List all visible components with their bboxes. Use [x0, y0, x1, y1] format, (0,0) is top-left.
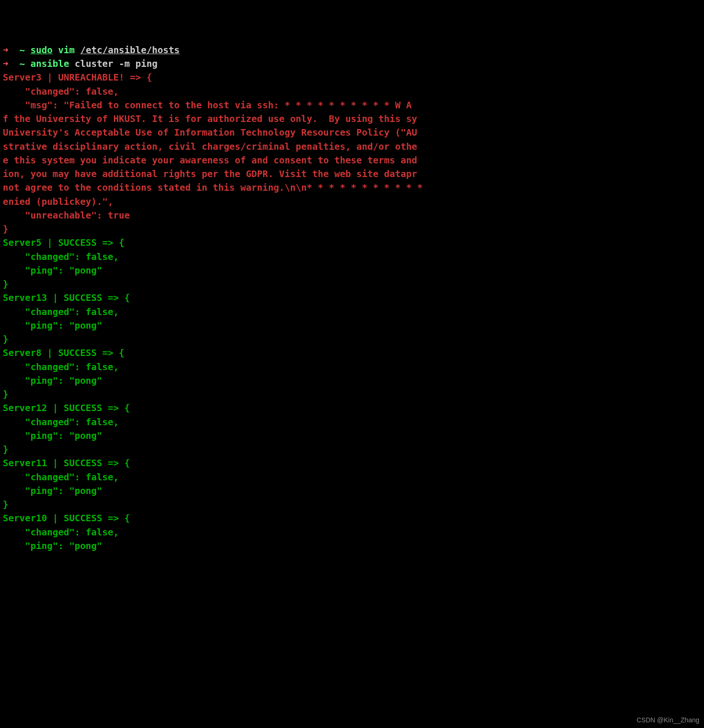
- error-msg-line: strative disciplinary action, civil char…: [3, 141, 417, 152]
- success-changed: "changed": false,: [3, 307, 119, 317]
- prompt-line-2: ➜ ~ ansible cluster -m ping: [3, 58, 158, 69]
- success-ping: "ping": "pong": [3, 430, 102, 441]
- prompt-arrow-icon: ➜: [3, 45, 8, 56]
- success-close: }: [3, 279, 8, 290]
- file-path: /etc/ansible/hosts: [80, 45, 179, 56]
- success-header: Server12 | SUCCESS => {: [3, 403, 130, 413]
- error-unreachable: "unreachable": true: [3, 210, 130, 221]
- error-msg-line: ion, you may have additional rights per …: [3, 169, 417, 179]
- success-header: Server8 | SUCCESS => {: [3, 348, 124, 358]
- success-close: }: [3, 334, 8, 345]
- error-msg-line: enied (publickey).",: [3, 196, 113, 207]
- success-close: }: [3, 389, 8, 400]
- success-changed: "changed": false,: [3, 362, 119, 372]
- success-close: }: [3, 444, 8, 455]
- error-msg-line: f the University of HKUST. It is for aut…: [3, 113, 417, 124]
- success-ping: "ping": "pong": [3, 541, 102, 551]
- error-close: }: [3, 224, 8, 235]
- terminal-output[interactable]: ➜ ~ sudo vim /etc/ansible/hosts ➜ ~ ansi…: [3, 43, 701, 553]
- prompt-arrow-icon: ➜: [3, 58, 8, 69]
- error-msg-line: University's Acceptable Use of Informati…: [3, 127, 417, 138]
- cmd-args: cluster -m ping: [75, 58, 158, 69]
- success-changed: "changed": false,: [3, 527, 119, 538]
- error-msg-line: not agree to the conditions stated in th…: [3, 182, 423, 193]
- success-header: Server10 | SUCCESS => {: [3, 513, 130, 524]
- success-ping: "ping": "pong": [3, 485, 102, 496]
- success-ping: "ping": "pong": [3, 320, 102, 331]
- success-ping: "ping": "pong": [3, 375, 102, 386]
- success-changed: "changed": false,: [3, 251, 119, 262]
- success-changed: "changed": false,: [3, 472, 119, 483]
- vim-cmd: vim: [58, 45, 74, 56]
- success-header: Server13 | SUCCESS => {: [3, 292, 130, 303]
- prompt-tilde: ~: [19, 58, 25, 69]
- error-msg-line: "msg": "Failed to connect to the host vi…: [3, 100, 412, 111]
- success-close: }: [3, 499, 8, 510]
- error-changed: "changed": false,: [3, 86, 119, 97]
- success-ping: "ping": "pong": [3, 265, 102, 276]
- ansible-cmd: ansible: [31, 58, 69, 69]
- success-changed: "changed": false,: [3, 417, 119, 428]
- watermark: CSDN @Kin__Zhang: [637, 715, 699, 725]
- error-msg-line: e this system you indicate your awarenes…: [3, 155, 417, 166]
- prompt-tilde: ~: [19, 45, 25, 56]
- success-header: Server11 | SUCCESS => {: [3, 458, 130, 469]
- error-header: Server3 | UNREACHABLE! => {: [3, 72, 152, 83]
- prompt-line-1: ➜ ~ sudo vim /etc/ansible/hosts: [3, 45, 180, 56]
- success-header: Server5 | SUCCESS => {: [3, 237, 124, 248]
- sudo-cmd: sudo: [31, 45, 53, 56]
